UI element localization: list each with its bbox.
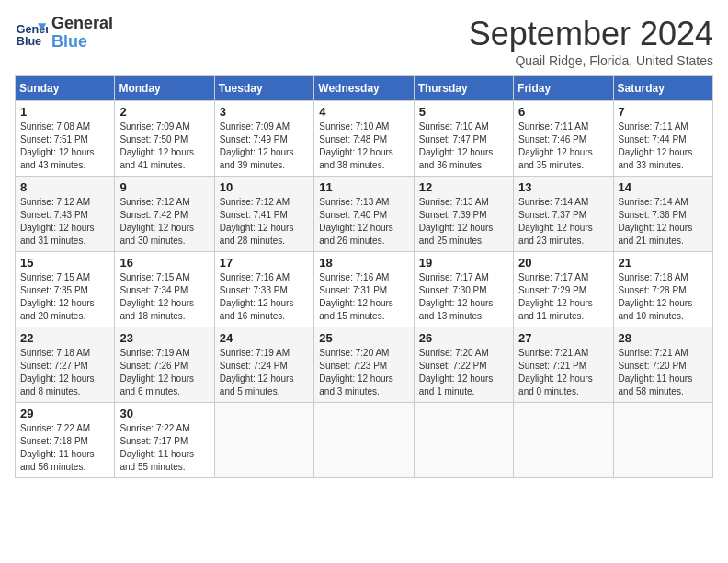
day-number: 15	[20, 256, 109, 270]
day-info: Sunrise: 7:22 AM Sunset: 7:18 PM Dayligh…	[20, 422, 109, 474]
day-info: Sunrise: 7:20 AM Sunset: 7:23 PM Dayligh…	[319, 347, 408, 398]
calendar-cell	[613, 403, 712, 478]
day-number: 20	[518, 256, 608, 270]
calendar-cell: 26Sunrise: 7:20 AM Sunset: 7:22 PM Dayli…	[414, 327, 513, 403]
calendar-cell: 23Sunrise: 7:19 AM Sunset: 7:26 PM Dayli…	[115, 327, 214, 403]
day-info: Sunrise: 7:09 AM Sunset: 7:49 PM Dayligh…	[220, 121, 309, 172]
month-title: September 2024	[469, 15, 713, 53]
day-number: 28	[619, 331, 708, 345]
header-saturday: Saturday	[613, 76, 712, 101]
day-number: 12	[419, 180, 508, 194]
day-number: 8	[20, 180, 109, 194]
logo-icon: General Blue	[15, 17, 48, 50]
day-info: Sunrise: 7:18 AM Sunset: 7:28 PM Dayligh…	[619, 271, 708, 323]
calendar-cell: 12Sunrise: 7:13 AM Sunset: 7:39 PM Dayli…	[414, 177, 513, 252]
calendar-cell: 28Sunrise: 7:21 AM Sunset: 7:20 PM Dayli…	[613, 327, 712, 403]
day-info: Sunrise: 7:11 AM Sunset: 7:46 PM Dayligh…	[518, 121, 608, 172]
day-number: 9	[119, 180, 209, 194]
calendar-cell: 10Sunrise: 7:12 AM Sunset: 7:41 PM Dayli…	[214, 177, 313, 252]
day-number: 29	[20, 407, 109, 420]
day-info: Sunrise: 7:21 AM Sunset: 7:21 PM Dayligh…	[518, 347, 608, 398]
week-row-4: 22Sunrise: 7:18 AM Sunset: 7:27 PM Dayli…	[16, 327, 713, 403]
day-info: Sunrise: 7:16 AM Sunset: 7:33 PM Dayligh…	[220, 271, 309, 323]
header-friday: Friday	[514, 76, 613, 101]
day-number: 1	[20, 105, 109, 119]
day-info: Sunrise: 7:17 AM Sunset: 7:29 PM Dayligh…	[518, 271, 608, 323]
location-subtitle: Quail Ridge, Florida, United States	[469, 53, 713, 68]
calendar-cell: 21Sunrise: 7:18 AM Sunset: 7:28 PM Dayli…	[613, 252, 712, 327]
calendar-cell	[414, 403, 513, 478]
title-area: September 2024 Quail Ridge, Florida, Uni…	[469, 15, 713, 68]
calendar-cell: 24Sunrise: 7:19 AM Sunset: 7:24 PM Dayli…	[214, 327, 313, 403]
calendar-cell: 14Sunrise: 7:14 AM Sunset: 7:36 PM Dayli…	[613, 177, 712, 252]
day-info: Sunrise: 7:12 AM Sunset: 7:41 PM Dayligh…	[220, 196, 309, 247]
week-row-2: 8Sunrise: 7:12 AM Sunset: 7:43 PM Daylig…	[16, 177, 713, 252]
header-wednesday: Wednesday	[314, 76, 414, 101]
day-info: Sunrise: 7:14 AM Sunset: 7:36 PM Dayligh…	[619, 196, 708, 247]
day-info: Sunrise: 7:15 AM Sunset: 7:35 PM Dayligh…	[20, 271, 109, 323]
calendar-cell: 7Sunrise: 7:11 AM Sunset: 7:44 PM Daylig…	[613, 101, 712, 177]
calendar-cell	[314, 403, 414, 478]
svg-text:Blue: Blue	[17, 34, 41, 47]
week-row-3: 15Sunrise: 7:15 AM Sunset: 7:35 PM Dayli…	[16, 252, 713, 327]
day-info: Sunrise: 7:20 AM Sunset: 7:22 PM Dayligh…	[419, 347, 508, 398]
day-info: Sunrise: 7:12 AM Sunset: 7:43 PM Dayligh…	[20, 196, 109, 247]
day-info: Sunrise: 7:21 AM Sunset: 7:20 PM Dayligh…	[619, 347, 708, 398]
day-number: 6	[518, 105, 608, 119]
calendar-cell: 25Sunrise: 7:20 AM Sunset: 7:23 PM Dayli…	[314, 327, 414, 403]
calendar-cell: 22Sunrise: 7:18 AM Sunset: 7:27 PM Dayli…	[16, 327, 115, 403]
calendar-cell: 2Sunrise: 7:09 AM Sunset: 7:50 PM Daylig…	[115, 101, 214, 177]
calendar-cell: 18Sunrise: 7:16 AM Sunset: 7:31 PM Dayli…	[314, 252, 414, 327]
day-number: 2	[119, 105, 209, 119]
day-number: 3	[220, 105, 309, 119]
day-info: Sunrise: 7:22 AM Sunset: 7:17 PM Dayligh…	[119, 422, 209, 474]
header-row: SundayMondayTuesdayWednesdayThursdayFrid…	[16, 76, 713, 101]
header-tuesday: Tuesday	[214, 76, 313, 101]
day-number: 25	[319, 331, 408, 345]
day-info: Sunrise: 7:11 AM Sunset: 7:44 PM Dayligh…	[619, 121, 708, 172]
day-number: 27	[518, 331, 608, 345]
calendar-cell: 9Sunrise: 7:12 AM Sunset: 7:42 PM Daylig…	[115, 177, 214, 252]
calendar-cell: 6Sunrise: 7:11 AM Sunset: 7:46 PM Daylig…	[514, 101, 613, 177]
day-number: 24	[220, 331, 309, 345]
calendar-table: SundayMondayTuesdayWednesdayThursdayFrid…	[15, 75, 713, 478]
logo: General Blue General Blue	[15, 15, 113, 52]
calendar-cell	[514, 403, 613, 478]
day-info: Sunrise: 7:10 AM Sunset: 7:47 PM Dayligh…	[419, 121, 508, 172]
header-monday: Monday	[115, 76, 214, 101]
day-info: Sunrise: 7:08 AM Sunset: 7:51 PM Dayligh…	[20, 121, 109, 172]
day-number: 7	[619, 105, 708, 119]
calendar-cell: 3Sunrise: 7:09 AM Sunset: 7:49 PM Daylig…	[214, 101, 313, 177]
day-number: 23	[119, 331, 209, 345]
calendar-cell: 11Sunrise: 7:13 AM Sunset: 7:40 PM Dayli…	[314, 177, 414, 252]
day-info: Sunrise: 7:19 AM Sunset: 7:26 PM Dayligh…	[119, 347, 209, 398]
calendar-cell	[214, 403, 313, 478]
week-row-1: 1Sunrise: 7:08 AM Sunset: 7:51 PM Daylig…	[16, 101, 713, 177]
day-number: 18	[319, 256, 408, 270]
day-number: 21	[619, 256, 708, 270]
day-info: Sunrise: 7:18 AM Sunset: 7:27 PM Dayligh…	[20, 347, 109, 398]
calendar-cell: 1Sunrise: 7:08 AM Sunset: 7:51 PM Daylig…	[16, 101, 115, 177]
day-info: Sunrise: 7:10 AM Sunset: 7:48 PM Dayligh…	[319, 121, 408, 172]
header-sunday: Sunday	[16, 76, 115, 101]
calendar-cell: 30Sunrise: 7:22 AM Sunset: 7:17 PM Dayli…	[115, 403, 214, 478]
day-number: 17	[220, 256, 309, 270]
day-number: 19	[419, 256, 508, 270]
calendar-cell: 16Sunrise: 7:15 AM Sunset: 7:34 PM Dayli…	[115, 252, 214, 327]
logo-text: General Blue	[51, 15, 113, 52]
day-number: 13	[518, 180, 608, 194]
day-info: Sunrise: 7:17 AM Sunset: 7:30 PM Dayligh…	[419, 271, 508, 323]
day-info: Sunrise: 7:13 AM Sunset: 7:40 PM Dayligh…	[319, 196, 408, 247]
day-number: 26	[419, 331, 508, 345]
calendar-cell: 8Sunrise: 7:12 AM Sunset: 7:43 PM Daylig…	[16, 177, 115, 252]
day-number: 22	[20, 331, 109, 345]
day-info: Sunrise: 7:19 AM Sunset: 7:24 PM Dayligh…	[220, 347, 309, 398]
calendar-cell: 19Sunrise: 7:17 AM Sunset: 7:30 PM Dayli…	[414, 252, 513, 327]
day-number: 16	[119, 256, 209, 270]
header-thursday: Thursday	[414, 76, 513, 101]
calendar-cell: 5Sunrise: 7:10 AM Sunset: 7:47 PM Daylig…	[414, 101, 513, 177]
day-info: Sunrise: 7:15 AM Sunset: 7:34 PM Dayligh…	[119, 271, 209, 323]
day-number: 5	[419, 105, 508, 119]
day-number: 11	[319, 180, 408, 194]
day-info: Sunrise: 7:14 AM Sunset: 7:37 PM Dayligh…	[518, 196, 608, 247]
